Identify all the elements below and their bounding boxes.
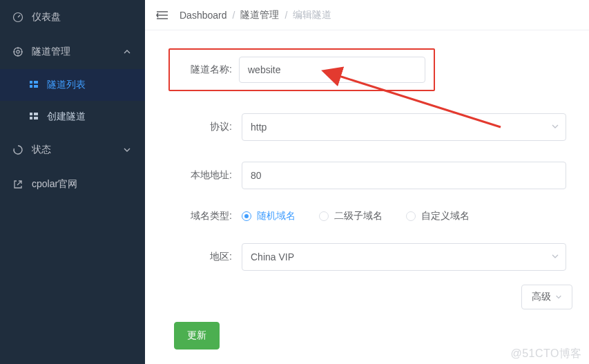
radio-label: 自定义域名 <box>421 210 470 222</box>
radio-label: 随机域名 <box>257 210 296 222</box>
tunnel-name-input[interactable] <box>239 57 425 83</box>
radio-dot-icon <box>242 211 251 221</box>
row-protocol: 协议: <box>159 113 575 141</box>
topbar: Dashboard / 隧道管理 / 编辑隧道 <box>145 0 589 30</box>
radio-subdomain[interactable]: 二级子域名 <box>319 210 383 222</box>
svg-rect-8 <box>30 117 32 119</box>
svg-rect-4 <box>30 85 32 88</box>
sidebar-item-tunnel-manage[interactable]: 隧道管理 <box>0 35 145 69</box>
sidebar-item-label: cpolar官网 <box>32 178 77 191</box>
crumb-edit-tunnel: 编辑隧道 <box>293 9 331 21</box>
row-local-address: 本地地址: <box>159 162 575 189</box>
local-address-input[interactable] <box>242 162 566 189</box>
breadcrumb: Dashboard / 隧道管理 / 编辑隧道 <box>180 9 331 21</box>
crumb-sep: / <box>284 10 287 21</box>
sidebar-item-tunnel-create[interactable]: 创建隧道 <box>0 101 145 133</box>
grid-icon <box>29 112 39 122</box>
radio-dot-icon <box>406 211 416 221</box>
label-local-address: 本地地址: <box>159 169 242 182</box>
row-advanced: 高级 <box>159 285 572 309</box>
sidebar-item-tunnel-list[interactable]: 隧道列表 <box>0 69 145 101</box>
form-content: 隧道名称: 协议: 本地地址: <box>145 30 589 363</box>
sidebar-item-label: 仪表盘 <box>32 11 61 23</box>
sidebar-item-status[interactable]: 状态 <box>0 133 145 167</box>
svg-rect-10 <box>34 117 38 119</box>
gauge-icon <box>12 12 23 23</box>
svg-rect-6 <box>34 85 38 88</box>
protocol-select[interactable] <box>242 113 566 141</box>
region-select[interactable] <box>242 243 566 271</box>
target-icon <box>12 46 23 57</box>
crumb-sep: / <box>233 10 235 21</box>
grid-icon <box>29 80 39 90</box>
update-button[interactable]: 更新 <box>174 322 220 349</box>
label-tunnel-name: 隧道名称: <box>178 64 239 76</box>
sidebar-item-label: 隧道列表 <box>47 79 86 91</box>
radio-random-domain[interactable]: 随机域名 <box>242 210 296 222</box>
chevron-down-icon <box>555 291 562 303</box>
chevron-down-icon <box>122 144 133 155</box>
app-root: 仪表盘 隧道管理 隧道列表 创建隧道 <box>0 0 589 364</box>
row-submit: 更新 <box>159 322 575 349</box>
svg-rect-5 <box>34 81 38 84</box>
label-region: 地区: <box>159 251 242 263</box>
svg-rect-7 <box>30 113 32 115</box>
crumb-dashboard[interactable]: Dashboard <box>180 10 227 21</box>
menu-collapse-icon[interactable] <box>156 10 168 20</box>
row-domain-type: 域名类型: 随机域名 二级子域名 自定义域名 <box>159 210 575 222</box>
crumb-tunnel-manage[interactable]: 隧道管理 <box>240 9 279 21</box>
sidebar-item-cpolar-site[interactable]: cpolar官网 <box>0 167 145 202</box>
advanced-button[interactable]: 高级 <box>521 285 572 309</box>
svg-rect-9 <box>34 113 38 115</box>
update-label: 更新 <box>187 329 206 342</box>
sidebar-item-label: 创建隧道 <box>47 111 86 123</box>
sidebar: 仪表盘 隧道管理 隧道列表 创建隧道 <box>0 0 145 364</box>
row-region: 地区: <box>159 243 575 271</box>
label-protocol: 协议: <box>159 121 242 133</box>
sidebar-item-dashboard[interactable]: 仪表盘 <box>0 0 145 35</box>
label-domain-type: 域名类型: <box>159 210 242 222</box>
advanced-label: 高级 <box>532 291 551 303</box>
radio-custom-domain[interactable]: 自定义域名 <box>406 210 470 222</box>
sidebar-item-label: 状态 <box>32 144 51 156</box>
sidebar-item-label: 隧道管理 <box>32 46 70 58</box>
main-area: Dashboard / 隧道管理 / 编辑隧道 隧道名称: 协议: <box>145 0 589 364</box>
radio-label: 二级子域名 <box>334 210 383 222</box>
radio-dot-icon <box>319 211 329 221</box>
highlight-tunnel-name: 隧道名称: <box>168 48 435 91</box>
spinner-icon <box>12 144 23 155</box>
external-link-icon <box>12 179 23 190</box>
chevron-up-icon <box>122 46 133 57</box>
svg-point-2 <box>17 50 19 53</box>
svg-rect-3 <box>30 81 32 84</box>
